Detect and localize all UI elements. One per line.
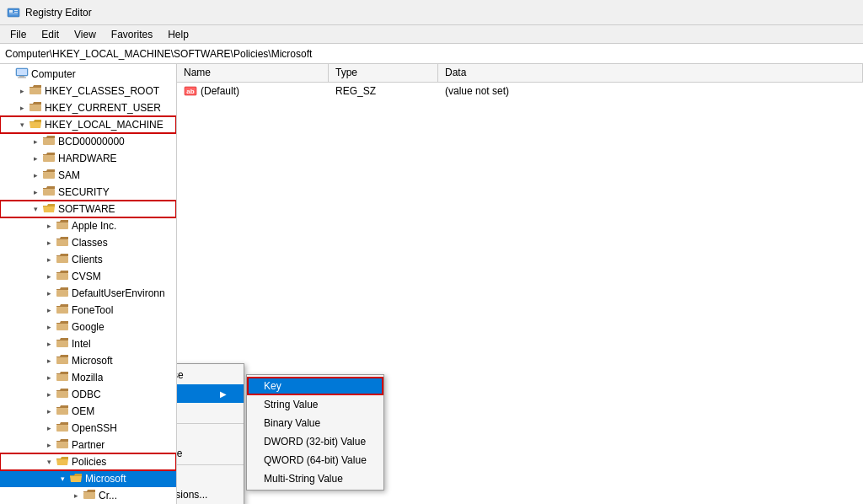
tree-node-sam[interactable]: ▸ SAM xyxy=(0,167,176,184)
title-text: Registry Editor xyxy=(25,7,92,19)
expander-clients[interactable]: ▸ xyxy=(42,253,56,266)
expander-computer[interactable] xyxy=(2,67,15,81)
expander-sam[interactable]: ▸ xyxy=(29,169,42,182)
tree-node-hkey_current_user[interactable]: ▸ HKEY_CURRENT_USER xyxy=(0,99,176,116)
context-menu-item-rename[interactable]: Rename xyxy=(177,444,244,463)
tree-label-hkey_current_user: HKEY_CURRENT_USER xyxy=(45,102,161,114)
tree-node-intel[interactable]: ▸ Intel xyxy=(0,335,176,352)
expander-cr[interactable]: ▸ xyxy=(69,489,83,502)
tree-node-classes[interactable]: ▸ Classes xyxy=(0,234,176,251)
svg-marker-56 xyxy=(70,476,82,482)
folder-icon xyxy=(56,219,69,231)
svg-rect-16 xyxy=(43,138,55,145)
data-row[interactable]: ab (Default)REG_SZ(value not set) xyxy=(177,83,863,99)
tree-node-cr[interactable]: ▸ Cr... xyxy=(0,487,176,504)
svg-rect-50 xyxy=(56,425,68,432)
expander-hkey_local_machine[interactable]: ▾ xyxy=(15,118,29,131)
svg-marker-9 xyxy=(29,85,41,88)
tree-node-microsoft[interactable]: ▸ Microsoft xyxy=(0,352,176,369)
tree-node-openssh[interactable]: ▸ OpenSSH xyxy=(0,420,176,437)
expander-software[interactable]: ▾ xyxy=(29,202,42,216)
context-menu[interactable]: CollapseNew▶Find...DeleteRenameExportPer… xyxy=(177,363,244,504)
submenu-item-dword_value[interactable]: DWORD (32-bit) Value xyxy=(247,432,383,451)
submenu-item-binary_value[interactable]: Binary Value xyxy=(247,414,383,432)
expander-microsoft_pol[interactable]: ▾ xyxy=(56,472,69,485)
svg-rect-36 xyxy=(56,307,68,314)
tree-label-hardware: HARDWARE xyxy=(58,153,117,164)
tree-node-hkey_classes_root[interactable]: ▸ HKEY_CLASSES_ROOT xyxy=(0,83,176,99)
svg-rect-32 xyxy=(56,273,68,280)
tree-node-bcd[interactable]: ▸ BCD00000000 xyxy=(0,133,176,150)
menu-view[interactable]: View xyxy=(67,27,103,42)
context-menu-item-new[interactable]: New▶ xyxy=(177,384,244,403)
tree-panel[interactable]: Computer▸ HKEY_CLASSES_ROOT▸ HKEY_CURREN… xyxy=(0,64,177,504)
tree-node-defaultuserenvironn[interactable]: ▸ DefaultUserEnvironn xyxy=(0,285,176,302)
submenu-arrow-new: ▶ xyxy=(220,389,227,399)
submenu-item-qword_value[interactable]: QWORD (64-bit) Value xyxy=(247,451,383,469)
context-menu-item-delete[interactable]: Delete xyxy=(177,426,244,444)
folder-icon xyxy=(29,101,42,113)
app-icon xyxy=(7,6,20,19)
context-menu-item-permissions[interactable]: Permissions... xyxy=(177,485,244,504)
tree-node-hkey_local_machine[interactable]: ▾ HKEY_LOCAL_MACHINE xyxy=(0,116,176,133)
context-menu-item-export[interactable]: Export xyxy=(177,467,244,485)
menu-favorites[interactable]: Favorites xyxy=(105,27,159,42)
submenu[interactable]: KeyString ValueBinary ValueDWORD (32-bit… xyxy=(246,374,384,491)
title-bar: Registry Editor xyxy=(0,0,863,25)
submenu-item-multi_string[interactable]: Multi-String Value xyxy=(247,469,383,488)
expander-odbc[interactable]: ▸ xyxy=(42,388,56,401)
svg-rect-52 xyxy=(56,442,68,448)
svg-marker-49 xyxy=(56,422,68,425)
expander-security[interactable]: ▸ xyxy=(29,185,42,199)
expander-defaultuserenvironn[interactable]: ▸ xyxy=(42,287,56,300)
expander-cvsm[interactable]: ▸ xyxy=(42,270,56,283)
menu-help[interactable]: Help xyxy=(161,27,196,42)
menu-edit[interactable]: Edit xyxy=(35,27,66,42)
tree-node-hardware[interactable]: ▸ HARDWARE xyxy=(0,150,176,167)
separator-sep1 xyxy=(177,423,244,424)
svg-rect-42 xyxy=(56,357,68,364)
expander-microsoft[interactable]: ▸ xyxy=(42,354,56,367)
svg-rect-18 xyxy=(43,155,55,162)
folder-icon xyxy=(56,303,69,315)
folder-icon xyxy=(42,152,56,164)
tree-node-oem[interactable]: ▸ OEM xyxy=(0,403,176,420)
tree-node-security[interactable]: ▸ SECURITY xyxy=(0,184,176,201)
tree-node-partner[interactable]: ▸ Partner xyxy=(0,437,176,453)
submenu-item-key[interactable]: Key xyxy=(247,377,383,395)
expander-hkey_classes_root[interactable]: ▸ xyxy=(15,84,29,98)
expander-openssh[interactable]: ▸ xyxy=(42,421,56,435)
svg-rect-20 xyxy=(43,172,55,179)
expander-fonetool[interactable]: ▸ xyxy=(42,303,56,317)
expander-partner[interactable]: ▸ xyxy=(42,438,56,452)
expander-hardware[interactable]: ▸ xyxy=(29,152,42,165)
tree-node-software[interactable]: ▾ SOFTWARE xyxy=(0,201,176,217)
expander-bcd[interactable]: ▸ xyxy=(29,135,42,148)
submenu-item-string_value[interactable]: String Value xyxy=(247,395,383,414)
tree-node-mozilla[interactable]: ▸ Mozilla xyxy=(0,369,176,386)
expander-oem[interactable]: ▸ xyxy=(42,405,56,418)
tree-label-mozilla: Mozilla xyxy=(72,372,103,383)
expander-mozilla[interactable]: ▸ xyxy=(42,371,56,384)
expander-apple[interactable]: ▸ xyxy=(42,219,56,233)
tree-node-policies[interactable]: ▾ Policies xyxy=(0,453,176,470)
expander-intel[interactable]: ▸ xyxy=(42,337,56,351)
expander-hkey_current_user[interactable]: ▸ xyxy=(15,101,29,115)
folder-icon xyxy=(56,354,69,366)
context-menu-item-collapse[interactable]: Collapse xyxy=(177,366,244,384)
tree-node-fonetool[interactable]: ▸ FoneTool xyxy=(0,302,176,319)
expander-policies[interactable]: ▾ xyxy=(42,455,56,469)
folder-icon xyxy=(56,421,69,433)
expander-google[interactable]: ▸ xyxy=(42,320,56,334)
tree-node-apple[interactable]: ▸ Apple Inc. xyxy=(0,217,176,234)
expander-classes[interactable]: ▸ xyxy=(42,236,56,249)
tree-node-google[interactable]: ▸ Google xyxy=(0,319,176,335)
context-menu-item-find[interactable]: Find... xyxy=(177,403,244,421)
tree-node-clients[interactable]: ▸ Clients xyxy=(0,251,176,268)
menu-file[interactable]: File xyxy=(3,27,33,42)
tree-node-cvsm[interactable]: ▸ CVSM xyxy=(0,268,176,285)
tree-node-microsoft_pol[interactable]: ▾ Microsoft xyxy=(0,470,176,487)
tree-node-odbc[interactable]: ▸ ODBC xyxy=(0,386,176,403)
separator-sep2 xyxy=(177,464,244,465)
tree-node-computer[interactable]: Computer xyxy=(0,66,176,83)
